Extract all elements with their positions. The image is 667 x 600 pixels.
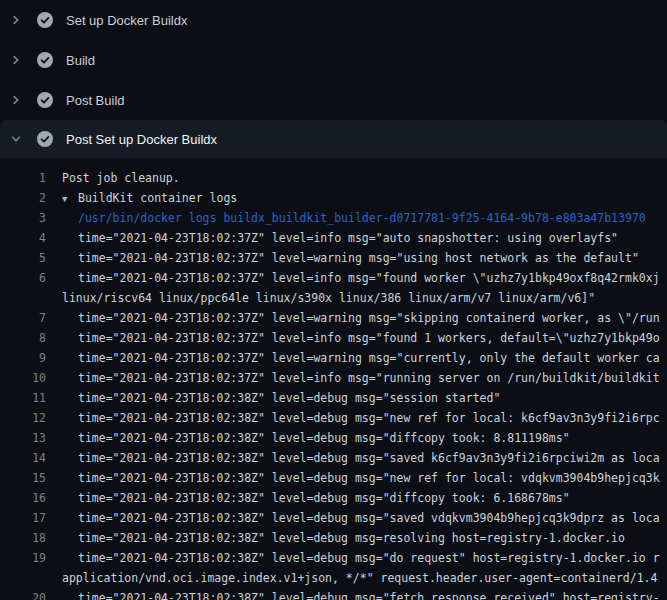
log-line-text: time="2021-04-23T18:02:38Z" level=debug … <box>78 391 500 405</box>
log-line-number[interactable]: 8 <box>0 328 46 348</box>
log-line-text: time="2021-04-23T18:02:38Z" level=debug … <box>78 471 660 485</box>
log-line: 19 time="2021-04-23T18:02:38Z" level=deb… <box>0 548 667 568</box>
log-line-text: BuildKit container logs <box>78 191 237 205</box>
group-toggle-icon[interactable]: ▼ <box>62 189 78 208</box>
log-line-text: time="2021-04-23T18:02:37Z" level=warnin… <box>78 251 639 265</box>
step-row[interactable]: Set up Docker Buildx <box>0 0 667 40</box>
log-viewer: 1 Post job cleanup. 2 ▼BuildKit containe… <box>0 158 667 600</box>
log-line: 2 ▼BuildKit container logs <box>0 188 667 208</box>
log-line-text: Post job cleanup. <box>62 171 180 185</box>
log-line-number[interactable]: 9 <box>0 348 46 368</box>
log-line-text: time="2021-04-23T18:02:38Z" level=debug … <box>78 511 660 525</box>
log-line-number[interactable]: 18 <box>0 528 46 548</box>
log-line-number[interactable]: 10 <box>0 368 46 388</box>
log-line: 7 time="2021-04-23T18:02:37Z" level=warn… <box>0 308 667 328</box>
log-line-number[interactable]: 6 <box>0 268 46 288</box>
step-title: Set up Docker Buildx <box>66 13 187 28</box>
log-line-number[interactable]: 2 <box>0 188 46 208</box>
log-line-number[interactable]: 15 <box>0 468 46 488</box>
log-line-number[interactable]: 13 <box>0 428 46 448</box>
log-line-number[interactable]: 11 <box>0 388 46 408</box>
log-line-number[interactable]: 4 <box>0 228 46 248</box>
log-line: 18 time="2021-04-23T18:02:38Z" level=deb… <box>0 528 667 548</box>
log-line: 13 time="2021-04-23T18:02:38Z" level=deb… <box>0 428 667 448</box>
log-line: 6 time="2021-04-23T18:02:37Z" level=info… <box>0 268 667 288</box>
log-line-number[interactable]: 14 <box>0 448 46 468</box>
log-line-text: /usr/bin/docker logs buildx_buildkit_bui… <box>78 211 646 225</box>
step-row[interactable]: Post Build <box>0 80 667 120</box>
log-line: linux/riscv64 linux/ppc64le linux/s390x … <box>0 288 667 308</box>
log-line: 4 time="2021-04-23T18:02:37Z" level=info… <box>0 228 667 248</box>
log-line: 20 time="2021-04-23T18:02:38Z" level=deb… <box>0 588 667 600</box>
log-line-number <box>0 288 46 308</box>
log-line-text: application/vnd.oci.image.index.v1+json,… <box>62 571 657 585</box>
log-line: 8 time="2021-04-23T18:02:37Z" level=info… <box>0 328 667 348</box>
log-line-text: time="2021-04-23T18:02:38Z" level=debug … <box>78 551 660 565</box>
log-line-text: time="2021-04-23T18:02:38Z" level=debug … <box>78 451 660 465</box>
log-line-text: time="2021-04-23T18:02:37Z" level=warnin… <box>78 311 660 325</box>
log-line-number[interactable]: 19 <box>0 548 46 568</box>
step-title: Post Build <box>66 93 125 108</box>
log-line: 3 /usr/bin/docker logs buildx_buildkit_b… <box>0 208 667 228</box>
chevron-right-icon[interactable] <box>9 93 23 107</box>
log-line: 9 time="2021-04-23T18:02:37Z" level=warn… <box>0 348 667 368</box>
log-line: 1 Post job cleanup. <box>0 168 667 188</box>
log-line: 5 time="2021-04-23T18:02:37Z" level=warn… <box>0 248 667 268</box>
log-line-number[interactable]: 17 <box>0 508 46 528</box>
log-line-text: time="2021-04-23T18:02:37Z" level=info m… <box>78 231 618 245</box>
log-line-text: time="2021-04-23T18:02:37Z" level=info m… <box>78 371 660 385</box>
step-row[interactable]: Post Set up Docker Buildx <box>0 120 667 158</box>
log-line: 14 time="2021-04-23T18:02:38Z" level=deb… <box>0 448 667 468</box>
log-line: 16 time="2021-04-23T18:02:38Z" level=deb… <box>0 488 667 508</box>
step-title: Build <box>66 53 95 68</box>
log-line-text: time="2021-04-23T18:02:37Z" level=info m… <box>78 271 660 285</box>
log-line-number[interactable]: 12 <box>0 408 46 428</box>
log-line-text: time="2021-04-23T18:02:38Z" level=debug … <box>78 531 625 545</box>
actions-log-panel: Set up Docker Buildx Build Post Buil <box>0 0 667 600</box>
log-line: 10 time="2021-04-23T18:02:37Z" level=inf… <box>0 368 667 388</box>
log-line-number[interactable]: 5 <box>0 248 46 268</box>
log-line-text: time="2021-04-23T18:02:38Z" level=debug … <box>78 431 570 445</box>
log-line-text: time="2021-04-23T18:02:37Z" level=info m… <box>78 331 660 345</box>
log-line-text: time="2021-04-23T18:02:38Z" level=debug … <box>78 491 570 505</box>
steps-list: Set up Docker Buildx Build Post Buil <box>0 0 667 158</box>
log-line-number[interactable]: 3 <box>0 208 46 228</box>
step-row[interactable]: Build <box>0 40 667 80</box>
log-line-number[interactable]: 16 <box>0 488 46 508</box>
log-line: 17 time="2021-04-23T18:02:38Z" level=deb… <box>0 508 667 528</box>
log-line-text: time="2021-04-23T18:02:38Z" level=debug … <box>78 591 660 600</box>
step-title: Post Set up Docker Buildx <box>66 132 217 147</box>
log-line: 15 time="2021-04-23T18:02:38Z" level=deb… <box>0 468 667 488</box>
check-circle-icon <box>37 12 53 28</box>
log-line-number <box>0 568 46 588</box>
log-line-number[interactable]: 20 <box>0 588 46 600</box>
log-line: application/vnd.oci.image.index.v1+json,… <box>0 568 667 588</box>
log-line-text: linux/riscv64 linux/ppc64le linux/s390x … <box>62 291 595 305</box>
chevron-right-icon[interactable] <box>9 53 23 67</box>
chevron-right-icon[interactable] <box>9 13 23 27</box>
check-circle-icon <box>37 131 53 147</box>
log-line: 11 time="2021-04-23T18:02:38Z" level=deb… <box>0 388 667 408</box>
log-line-text: time="2021-04-23T18:02:38Z" level=debug … <box>78 411 660 425</box>
check-circle-icon <box>37 92 53 108</box>
log-line-number[interactable]: 7 <box>0 308 46 328</box>
log-line-number[interactable]: 1 <box>0 168 46 188</box>
log-line: 12 time="2021-04-23T18:02:38Z" level=deb… <box>0 408 667 428</box>
log-line-text: time="2021-04-23T18:02:37Z" level=warnin… <box>78 351 660 365</box>
check-circle-icon <box>37 52 53 68</box>
chevron-down-icon[interactable] <box>9 132 23 146</box>
